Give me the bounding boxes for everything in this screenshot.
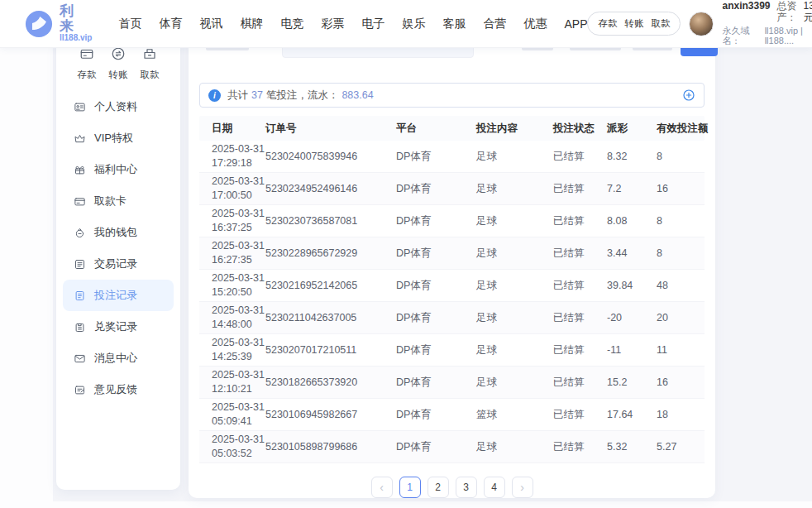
sidebar-item-个人资料[interactable]: 个人资料 (63, 91, 174, 122)
cell-date: 2025-03-3105:03:52 (199, 433, 265, 461)
table-row: 2025-03-3115:20:505230216952142065DP体育足球… (199, 270, 705, 302)
nav-item-优惠[interactable]: 优惠 (523, 17, 547, 31)
time-value: 14:25:39 (212, 350, 265, 364)
assets-value: 1363.49元 (804, 1, 812, 24)
cell-bet-status: 已结算 (553, 214, 607, 228)
time-value: 05:03:52 (212, 447, 265, 461)
cell-platform: DP体育 (396, 182, 476, 196)
table-header-row: 日期订单号平台投注内容投注状态派彩有效投注额 (199, 116, 705, 141)
cell-platform: DP体育 (396, 311, 476, 325)
vip-icon (74, 132, 86, 145)
page-bottom-strip (0, 501, 812, 508)
nav-item-首页[interactable]: 首页 (118, 17, 141, 31)
account-info[interactable]: anxin3399 总资产： 1363.49元 永久域名： ll188.vip … (722, 1, 812, 46)
pagination-next-button[interactable]: › (512, 477, 533, 498)
avatar[interactable] (689, 12, 714, 36)
shortcut-存款[interactable]: 存款 (74, 46, 99, 81)
wallet-icon (74, 227, 86, 239)
sidebar-item-label: 交易记录 (94, 256, 137, 271)
pagination-page-4[interactable]: 4 (484, 477, 505, 498)
assets-label: 总资产： (777, 1, 797, 24)
nav-item-棋牌[interactable]: 棋牌 (240, 17, 263, 31)
cell-valid-bet: 5.27 (657, 441, 705, 453)
shortcut-取款[interactable]: 取款 (137, 46, 162, 81)
sidebar-item-label: 兑奖记录 (94, 319, 137, 334)
bankcard-icon (74, 195, 86, 208)
cell-platform: DP体育 (396, 376, 476, 390)
date-value: 2025-03-31 (212, 433, 265, 447)
cell-bet-content: 足球 (476, 214, 553, 228)
sidebar-item-投注记录[interactable]: 投注记录 (63, 280, 174, 311)
nav-item-电子[interactable]: 电子 (361, 17, 385, 31)
transfer-icon (111, 46, 126, 65)
nav-item-体育[interactable]: 体育 (159, 17, 182, 31)
nav-item-视讯[interactable]: 视讯 (199, 17, 222, 31)
cell-bet-status: 已结算 (553, 247, 607, 261)
pagination-page-1[interactable]: 1 (399, 477, 421, 498)
date-value: 2025-03-31 (212, 336, 265, 350)
cell-platform: DP体育 (396, 247, 476, 261)
pagination-prev-button[interactable]: ‹ (371, 477, 393, 498)
turnover-value: 883.64 (342, 89, 373, 101)
sidebar-item-消息中心[interactable]: 消息中心 (63, 343, 174, 374)
cell-bet-content: 足球 (476, 376, 553, 390)
summary-text: 共计37笔投注，流水：883.64 (227, 89, 374, 103)
cell-payout: 5.32 (607, 441, 657, 453)
shortcut-转账[interactable]: 转账 (106, 46, 131, 81)
nav-item-电竞[interactable]: 电竞 (280, 17, 303, 31)
sidebar-item-label: VIP特权 (94, 131, 133, 146)
nav-item-客服[interactable]: 客服 (442, 17, 466, 31)
cell-platform: DP体育 (396, 440, 476, 454)
plus-circle-icon[interactable] (682, 89, 695, 102)
sidebar-item-label: 投注记录 (94, 288, 137, 303)
pill-action-取款[interactable]: 取款 (651, 17, 670, 30)
sidebar-item-兑奖记录[interactable]: 兑奖记录 (63, 311, 174, 343)
sidebar-item-福利中心[interactable]: 福利中心 (63, 154, 174, 185)
cell-bet-content: 足球 (476, 343, 553, 357)
nav-item-合营[interactable]: 合营 (483, 17, 506, 31)
cell-payout: 8.32 (607, 151, 657, 162)
pagination-page-2[interactable]: 2 (427, 477, 449, 498)
pill-action-转账[interactable]: 转账 (624, 17, 643, 30)
top-navbar: 利 来 ll188.vip 首页体育视讯棋牌电竞彩票电子娱乐客服合营优惠APP … (0, 0, 812, 48)
cell-date: 2025-03-3115:20:50 (199, 271, 265, 300)
cell-bet-status: 已结算 (553, 279, 607, 293)
sidebar-item-VIP特权[interactable]: VIP特权 (63, 122, 174, 154)
sidebar-item-取款卡[interactable]: 取款卡 (63, 185, 174, 217)
date-value: 2025-03-31 (212, 142, 265, 156)
cell-platform: DP体育 (396, 214, 476, 228)
welfare-icon (74, 164, 86, 176)
main-content-card: i 共计37笔投注，流水：883.64 日期订单号平台投注内容投注状态派彩有效投… (189, 31, 715, 498)
sidebar-item-意见反馈[interactable]: 意见反馈 (63, 374, 174, 405)
pill-action-存款[interactable]: 存款 (598, 17, 617, 30)
cell-bet-content: 足球 (476, 279, 553, 293)
redeem-icon (74, 321, 86, 333)
brand-logo[interactable]: 利 来 ll188.vip (25, 4, 92, 42)
sidebar-item-label: 个人资料 (94, 99, 137, 114)
sidebar-item-label: 我的钱包 (94, 225, 137, 240)
transactions-icon (74, 258, 86, 271)
cell-valid-bet: 48 (657, 280, 705, 291)
time-value: 05:09:41 (212, 415, 265, 429)
time-value: 15:20:50 (212, 285, 265, 300)
cell-date: 2025-03-3117:29:18 (199, 142, 265, 170)
nav-item-娱乐[interactable]: 娱乐 (402, 17, 425, 31)
pagination-page-3[interactable]: 3 (456, 477, 477, 498)
sidebar-item-交易记录[interactable]: 交易记录 (63, 248, 174, 280)
nav-item-APP[interactable]: APP (564, 17, 587, 31)
header-right: 存款转账取款 anxin3399 总资产： 1363.49元 永久域名： ll1… (587, 1, 812, 46)
cell-order-number: 5230182665373920 (265, 376, 396, 388)
time-value: 16:27:35 (212, 253, 265, 267)
cell-order-number: 5230105898799686 (265, 441, 396, 453)
bet-count: 37 (251, 89, 263, 101)
table-row: 2025-03-3116:27:355230228965672929DP体育足球… (199, 237, 705, 270)
shortcut-label: 取款 (141, 69, 160, 81)
table-row: 2025-03-3116:37:255230230736587081DP体育足球… (199, 205, 705, 237)
sidebar-item-我的钱包[interactable]: 我的钱包 (63, 217, 174, 248)
table-row: 2025-03-3105:03:525230105898799686DP体育足球… (199, 431, 705, 463)
table-row: 2025-03-3117:00:505230234952496146DP体育足球… (199, 173, 705, 205)
nav-item-彩票[interactable]: 彩票 (321, 17, 344, 31)
cell-order-number: 5230106945982667 (265, 409, 396, 420)
cell-bet-status: 已结算 (553, 408, 607, 422)
column-header: 平台 (396, 122, 476, 136)
